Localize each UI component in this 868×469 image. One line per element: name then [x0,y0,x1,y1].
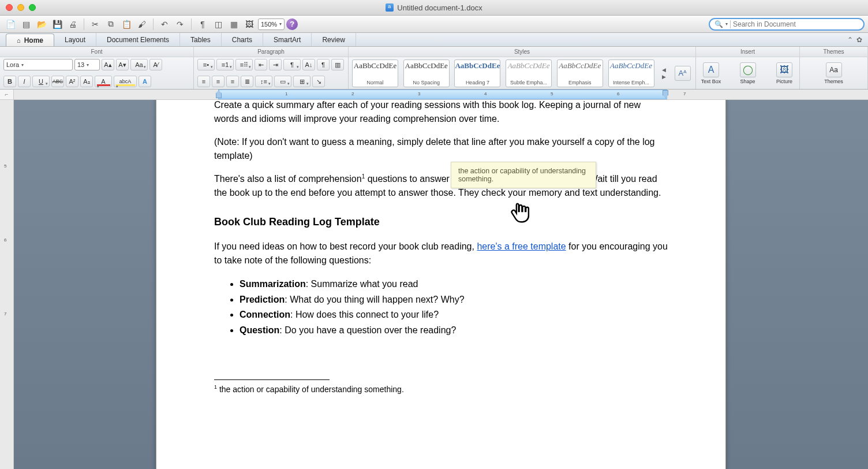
list-item[interactable]: Summarization: Summarize what you read [240,277,668,292]
tab-smartart[interactable]: SmartArt [263,33,312,46]
show-marks-button[interactable]: ¶ [317,59,330,70]
search-options-chevron-icon[interactable]: ▾ [725,21,728,27]
justify-button[interactable]: ≣ [241,76,253,87]
tab-review[interactable]: Review [312,33,356,46]
help-button[interactable]: ? [286,18,298,30]
list-item[interactable]: Prediction: What do you thing will happe… [240,292,668,307]
ribbon-tabs: ⌂Home Layout Document Elements Tables Ch… [0,33,868,47]
align-center-button[interactable]: ≡ [212,76,225,87]
underline-button[interactable]: U [32,76,50,87]
borders-button[interactable]: ⊞ [293,76,310,87]
search-input[interactable] [733,20,859,28]
style-emphasis[interactable]: AaBbCcDdEeEmphasis [557,59,603,87]
redo-button[interactable]: ↷ [173,18,187,31]
styles-scroll-right[interactable]: ▶ [659,74,668,80]
group-label-themes: Themes [800,47,868,57]
insert-picture-button[interactable]: 🖼Picture [773,62,796,84]
style-subtle-emphasis[interactable]: AaBbCcDdEeSubtle Empha... [506,59,552,87]
styles-pane-button[interactable]: Aᴬ [674,66,692,81]
body-paragraph[interactable]: (Note: If you don't want to guess a mean… [214,135,668,163]
font-family-selector[interactable]: Lora [3,59,73,70]
style-intense-emphasis[interactable]: AaBbCcDdEeIntense Emph... [608,59,654,87]
line-spacing-button[interactable]: ↕≡ [255,76,272,87]
gallery-button[interactable]: ▦ [227,18,241,31]
vertical-ruler[interactable]: 5 6 7 [0,100,14,469]
list-item[interactable]: Connection: How does this connect to you… [240,307,668,322]
text-direction-button[interactable]: ¶ [283,59,301,70]
shrink-font-button[interactable]: A▾ [116,59,129,70]
body-paragraph[interactable]: If you need ideas on how to best record … [214,240,668,267]
document-page[interactable]: Create a quick summary after each of you… [156,100,726,469]
tab-selector[interactable]: ⌐ [0,90,14,99]
templates-button[interactable]: ▤ [19,18,33,31]
shading-button[interactable]: ▭ [274,76,291,87]
tab-layout[interactable]: Layout [54,33,96,46]
superscript-button[interactable]: A² [66,76,78,87]
style-normal[interactable]: AaBbCcDdEeNormal [352,59,398,87]
footnote-text[interactable]: 1 the action or capability of understand… [214,384,668,396]
insert-textbox-button[interactable]: AText Box [699,62,723,84]
group-label-insert: Insert [696,47,800,57]
styles-scroll: ◀ ▶ [659,67,668,80]
body-paragraph[interactable]: Create a quick summary after each of you… [214,100,668,126]
hyperlink[interactable]: here's a free template [477,241,566,251]
numbering-button[interactable]: ≡1 [216,59,234,70]
print-button[interactable]: 🖨 [66,18,80,31]
show-formatting-button[interactable]: ¶ [196,18,209,31]
themes-button[interactable]: AaThemes [822,62,845,84]
grow-font-button[interactable]: A▴ [102,59,114,70]
tab-tables[interactable]: Tables [180,33,222,46]
sort-button[interactable]: A↓ [302,59,315,70]
font-color-button[interactable]: A [95,76,112,87]
group-label-paragraph: Paragraph [194,47,349,57]
change-case-button[interactable]: Aa [130,59,148,70]
format-painter-button[interactable]: 🖌 [135,18,149,31]
bold-button[interactable]: B [3,76,16,87]
copy-button[interactable]: ⧉ [104,18,118,31]
heading[interactable]: Book Club Reading Log Template [214,216,668,228]
sidebar-toggle-button[interactable]: ◫ [211,18,225,31]
list-item[interactable]: Question: Do you have a question over th… [240,323,668,338]
horizontal-ruler[interactable]: ⌐ 1 2 3 4 5 6 7 [0,90,868,100]
decrease-indent-button[interactable]: ⇤ [255,59,267,70]
paste-button[interactable]: 📋 [119,18,133,31]
search-field[interactable]: 🔍 ▾ [709,18,865,31]
strikethrough-button[interactable]: ABC [51,76,64,87]
paragraph-dialog-button[interactable]: ↘ [312,76,325,87]
multilevel-list-button[interactable]: ≡⠿ [235,59,253,70]
style-heading-7[interactable]: AaBbCcDdEeHeading 7 [454,59,500,87]
tab-charts[interactable]: Charts [222,33,263,46]
align-right-button[interactable]: ≡ [226,76,239,87]
zoom-selector[interactable]: 150% [258,18,285,30]
font-size-selector[interactable]: 13 [74,59,100,70]
ribbon-options-button[interactable]: ✿ [856,36,862,44]
increase-indent-button[interactable]: ⇥ [269,59,282,70]
body-paragraph[interactable]: There's also a list of comprehension1 qu… [214,172,668,200]
clear-formatting-button[interactable]: A⁄ [149,59,162,70]
italic-button[interactable]: I [18,76,31,87]
cut-button[interactable]: ✂ [88,18,102,31]
bulleted-list[interactable]: Summarization: Summarize what you read P… [240,277,668,338]
bullets-button[interactable]: ≡• [197,59,215,70]
tab-home[interactable]: ⌂Home [6,34,54,46]
styles-scroll-left[interactable]: ◀ [659,67,668,73]
save-button[interactable]: 💾 [50,18,64,31]
ribbon-collapse-button[interactable]: ⌃ [847,36,853,44]
window-minimize-button[interactable] [17,4,24,11]
media-browser-button[interactable]: 🖼 [242,18,256,31]
highlight-button[interactable]: abcA [114,76,137,87]
new-document-button[interactable]: 📄 [3,18,17,31]
subscript-button[interactable]: A₂ [80,76,93,87]
tab-document-elements[interactable]: Document Elements [96,33,180,46]
undo-button[interactable]: ↶ [158,18,171,31]
style-no-spacing[interactable]: AaBbCcDdEeNo Spacing [403,59,450,87]
window-zoom-button[interactable] [29,4,36,11]
footnote-tooltip: the action or capability of understandin… [451,162,596,188]
window-close-button[interactable] [6,4,13,11]
insert-shape-button[interactable]: ◯Shape [736,62,760,84]
align-left-button[interactable]: ≡ [197,76,210,87]
columns-button[interactable]: ▥ [331,59,344,70]
document-scroll[interactable]: Create a quick summary after each of you… [14,100,868,469]
open-button[interactable]: 📂 [35,18,48,31]
text-effects-button[interactable]: A [139,76,151,87]
